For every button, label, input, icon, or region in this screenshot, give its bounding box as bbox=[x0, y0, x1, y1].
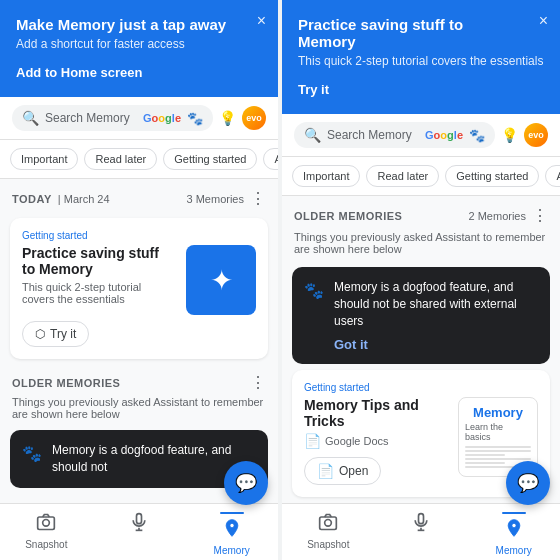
left-banner: Make Memory just a tap away Add a shortc… bbox=[0, 0, 278, 97]
try-it-icon: ⬡ bbox=[35, 327, 45, 341]
left-banner-subtitle: Add a shortcut for faster access bbox=[16, 37, 262, 51]
right-memory-pin-icon bbox=[504, 518, 524, 543]
right-text-line-5 bbox=[465, 462, 505, 464]
left-warning-text: Memory is a dogfood feature, and should … bbox=[52, 442, 256, 476]
right-tips-tag: Getting started bbox=[304, 382, 538, 393]
right-older-title: OLDER MEMORIES bbox=[294, 210, 402, 222]
right-bottom-nav: Snapshot Memory bbox=[282, 503, 560, 560]
right-nav-active-bar bbox=[502, 512, 526, 514]
right-tips-source: 📄 Google Docs bbox=[304, 433, 448, 449]
google-logo: Google bbox=[143, 112, 181, 124]
right-banner-subtitle: This quick 2-step tutorial covers the es… bbox=[298, 54, 544, 68]
memory-pin-icon bbox=[222, 518, 242, 543]
left-nav-memory[interactable]: Memory bbox=[185, 512, 278, 556]
left-avatar[interactable]: evo bbox=[242, 106, 266, 130]
right-compose-icon: 💬 bbox=[517, 472, 539, 494]
right-older-count: 2 Memories bbox=[469, 210, 526, 222]
svg-point-1 bbox=[43, 520, 50, 527]
svg-point-6 bbox=[325, 520, 332, 527]
chip-readlater[interactable]: Read later bbox=[84, 148, 157, 170]
chip-all[interactable]: All bbox=[263, 148, 278, 170]
right-tips-title: Memory Tips and Tricks bbox=[304, 397, 448, 429]
right-got-it-button[interactable]: Got it bbox=[334, 337, 538, 352]
left-today-right: 3 Memories ⋮ bbox=[187, 189, 266, 208]
right-warning-content: Memory is a dogfood feature, and should … bbox=[334, 279, 538, 352]
right-nav-mic[interactable] bbox=[375, 512, 468, 556]
left-today-date: | March 24 bbox=[58, 193, 110, 205]
right-avatar[interactable]: evo bbox=[524, 123, 548, 147]
left-older-menu[interactable]: ⋮ bbox=[250, 373, 266, 392]
right-text-line-4 bbox=[465, 458, 531, 460]
right-filter-chips: Important Read later Getting started All bbox=[282, 157, 560, 196]
right-content: OLDER MEMORIES 2 Memories ⋮ Things you p… bbox=[282, 196, 560, 503]
left-nav-memory-label: Memory bbox=[214, 545, 250, 556]
right-text-line-3 bbox=[465, 454, 505, 456]
left-warning-paw-icon: 🐾 bbox=[22, 444, 42, 463]
right-nav-snapshot-label: Snapshot bbox=[307, 539, 349, 550]
chip-gettingstarted[interactable]: Getting started bbox=[163, 148, 257, 170]
right-search-bar: 🔍 Search Memory Google 🐾 💡 evo bbox=[282, 114, 560, 157]
left-fab[interactable]: 💬 bbox=[224, 461, 268, 505]
right-search-text: Search Memory bbox=[327, 128, 419, 142]
right-banner-action[interactable]: Try it bbox=[298, 82, 329, 97]
compose-icon: 💬 bbox=[235, 472, 257, 494]
left-search-bar: 🔍 Search Memory Google 🐾 💡 evo bbox=[0, 97, 278, 140]
right-chip-important[interactable]: Important bbox=[292, 165, 360, 187]
doc-icon: 📄 bbox=[304, 433, 321, 449]
right-paw-icon: 🐾 bbox=[469, 128, 485, 143]
left-older-desc: Things you previously asked Assistant to… bbox=[12, 396, 266, 420]
left-card-content: Practice saving stuff to Memory This qui… bbox=[22, 245, 256, 347]
right-tips-content: Memory Tips and Tricks 📄 Google Docs 📄 O… bbox=[304, 397, 538, 485]
right-fab[interactable]: 💬 bbox=[506, 461, 550, 505]
right-nav-memory[interactable]: Memory bbox=[467, 512, 560, 556]
open-doc-icon: 📄 bbox=[317, 463, 334, 479]
left-search-input-area[interactable]: 🔍 Search Memory Google 🐾 bbox=[12, 105, 213, 131]
right-banner-close[interactable]: × bbox=[539, 12, 548, 30]
left-search-text: Search Memory bbox=[45, 111, 137, 125]
right-banner-title: Practice saving stuff to Memory bbox=[298, 16, 544, 50]
right-open-button[interactable]: 📄 Open bbox=[304, 457, 381, 485]
left-try-it-button[interactable]: ⬡ Try it bbox=[22, 321, 89, 347]
bulb-icon[interactable]: 💡 bbox=[219, 110, 236, 126]
right-tips-memory-sub: Learn the basics bbox=[465, 422, 531, 442]
left-nav-mic[interactable] bbox=[93, 512, 186, 556]
right-snapshot-icon bbox=[318, 512, 338, 537]
left-card-tag: Getting started bbox=[22, 230, 256, 241]
left-nav-snapshot[interactable]: Snapshot bbox=[0, 512, 93, 556]
snapshot-icon bbox=[36, 512, 56, 537]
left-card-image: ✦ bbox=[186, 245, 256, 315]
right-older-header-left: OLDER MEMORIES bbox=[294, 210, 402, 222]
chip-important[interactable]: Important bbox=[10, 148, 78, 170]
left-content: TODAY | March 24 3 Memories ⋮ Getting st… bbox=[0, 179, 278, 503]
right-panel: Practice saving stuff to Memory This qui… bbox=[282, 0, 560, 560]
right-chip-all[interactable]: All bbox=[545, 165, 560, 187]
left-panel: Make Memory just a tap away Add a shortc… bbox=[0, 0, 278, 560]
right-bulb-icon[interactable]: 💡 bbox=[501, 127, 518, 143]
left-today-menu[interactable]: ⋮ bbox=[250, 189, 266, 208]
left-today-count: 3 Memories bbox=[187, 193, 244, 205]
left-memory-card: Getting started Practice saving stuff to… bbox=[10, 218, 268, 359]
left-card-text: Practice saving stuff to Memory This qui… bbox=[22, 245, 176, 347]
mic-icon bbox=[129, 512, 149, 537]
right-text-line-1 bbox=[465, 446, 531, 448]
left-older-title: OLDER MEMORIES bbox=[12, 377, 120, 389]
right-older-menu[interactable]: ⋮ bbox=[532, 206, 548, 225]
right-older-header: OLDER MEMORIES 2 Memories ⋮ bbox=[282, 196, 560, 229]
left-older-section: OLDER MEMORIES ⋮ Things you previously a… bbox=[0, 365, 278, 424]
left-card-subtitle: This quick 2-step tutorial covers the es… bbox=[22, 281, 176, 305]
paw-icon: 🐾 bbox=[187, 111, 203, 126]
left-banner-action[interactable]: Add to Home screen bbox=[16, 65, 142, 80]
right-chip-gettingstarted[interactable]: Getting started bbox=[445, 165, 539, 187]
left-today-header-left: TODAY | March 24 bbox=[12, 193, 110, 205]
right-nav-snapshot[interactable]: Snapshot bbox=[282, 512, 375, 556]
search-icon: 🔍 bbox=[22, 110, 39, 126]
right-warning-text: Memory is a dogfood feature, and should … bbox=[334, 279, 538, 329]
right-warning-card: 🐾 Memory is a dogfood feature, and shoul… bbox=[292, 267, 550, 364]
left-banner-close[interactable]: × bbox=[257, 12, 266, 30]
left-today-title: TODAY bbox=[12, 193, 52, 205]
left-banner-title: Make Memory just a tap away bbox=[16, 16, 262, 33]
left-nav-active-bar bbox=[220, 512, 244, 514]
right-chip-readlater[interactable]: Read later bbox=[366, 165, 439, 187]
right-search-input-area[interactable]: 🔍 Search Memory Google 🐾 bbox=[294, 122, 495, 148]
left-today-header: TODAY | March 24 3 Memories ⋮ bbox=[0, 179, 278, 212]
